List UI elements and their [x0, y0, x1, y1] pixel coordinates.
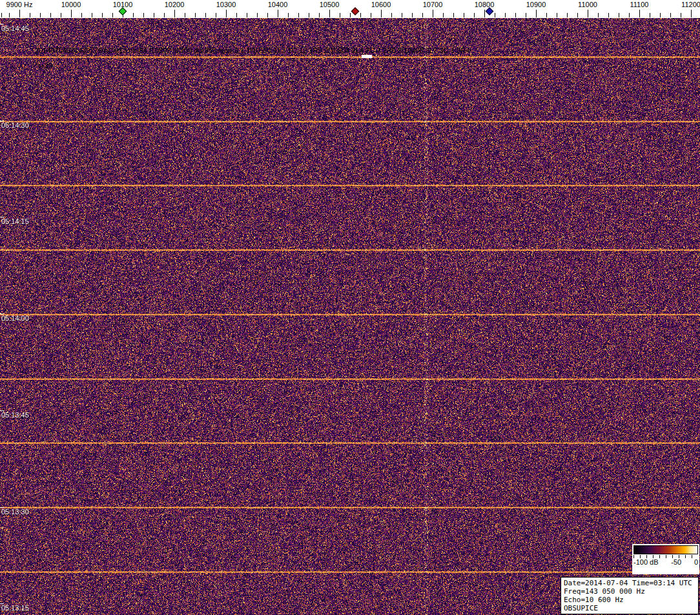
time-tick-label: 05:14:15 — [1, 217, 29, 225]
freq-major-tick — [226, 10, 227, 17]
freq-tick-label: 10400 — [268, 1, 288, 8]
freq-tick-label: 11100 — [630, 1, 649, 8]
cursor-annotation: ^t+39 — [35, 62, 52, 70]
spectrogram-area: 20140704031439276 hCnt13 nb-84 f10592 hi… — [0, 18, 700, 615]
freq-major-tick — [329, 10, 330, 17]
freq-tick-label: 11200 — [681, 1, 700, 8]
freq-major-tick — [433, 10, 433, 17]
spectrogram-app: 9900 Hz100001010010200103001040010500106… — [0, 0, 700, 615]
freq-major-tick — [588, 10, 588, 17]
time-tick-label: 05:14:00 — [1, 314, 29, 322]
db-mid-label: -50 — [671, 558, 681, 567]
freq-tick-label: 10800 — [475, 1, 495, 8]
detection-annotation: 20140704031439276 hCnt13 nb-84 f10592 hi… — [35, 46, 469, 54]
freq-major-tick — [174, 10, 175, 17]
freq-tick-label: 10300 — [216, 1, 236, 8]
freq-major-tick — [536, 10, 537, 17]
spectrogram-canvas[interactable] — [0, 18, 700, 615]
freq-major-tick — [278, 10, 278, 17]
db-gradient-bar — [633, 545, 698, 554]
freq-major-tick — [19, 10, 20, 17]
info-line: Date=2014-07-04 Time=03:14 UTC — [564, 579, 695, 587]
time-tick-label: 05:13:30 — [1, 508, 29, 516]
db-max-label: 0 — [694, 558, 698, 567]
freq-major-tick — [71, 10, 72, 17]
freq-tick-label: 10000 — [61, 1, 81, 8]
db-legend: -100 dB -50 0 — [632, 544, 699, 574]
freq-tick-label: 11000 — [578, 1, 597, 8]
freq-major-tick — [639, 10, 640, 17]
time-tick-label: 05:13:15 — [1, 604, 29, 612]
freq-tick-label: 10900 — [526, 1, 546, 8]
time-tick-label: 05:14:30 — [1, 121, 29, 129]
observation-info-box: Date=2014-07-04 Time=03:14 UTCFreq=143 0… — [561, 577, 699, 614]
info-line: Echo=10 600 Hz — [564, 596, 695, 604]
db-labels: -100 dB -50 0 — [633, 558, 698, 567]
freq-tick-label: 10600 — [371, 1, 391, 8]
db-min-label: -100 dB — [633, 558, 659, 567]
time-tick-label: 05:14:45 — [1, 25, 29, 32]
freq-minor-ticks — [0, 13, 700, 17]
info-line: OBSUPICE — [564, 604, 695, 612]
freq-major-tick — [381, 10, 382, 17]
time-tick-label: 05:13:45 — [1, 411, 29, 419]
freq-major-tick — [691, 10, 692, 17]
freq-tick-label: 10700 — [423, 1, 443, 8]
freq-tick-label: 10200 — [165, 1, 185, 8]
freq-tick-label: 10500 — [320, 1, 340, 8]
info-line: Freq=143 050 000 Hz — [564, 587, 695, 596]
freq-tick-label: 9900 Hz — [6, 1, 33, 8]
frequency-ruler[interactable]: 9900 Hz100001010010200103001040010500106… — [0, 0, 700, 18]
